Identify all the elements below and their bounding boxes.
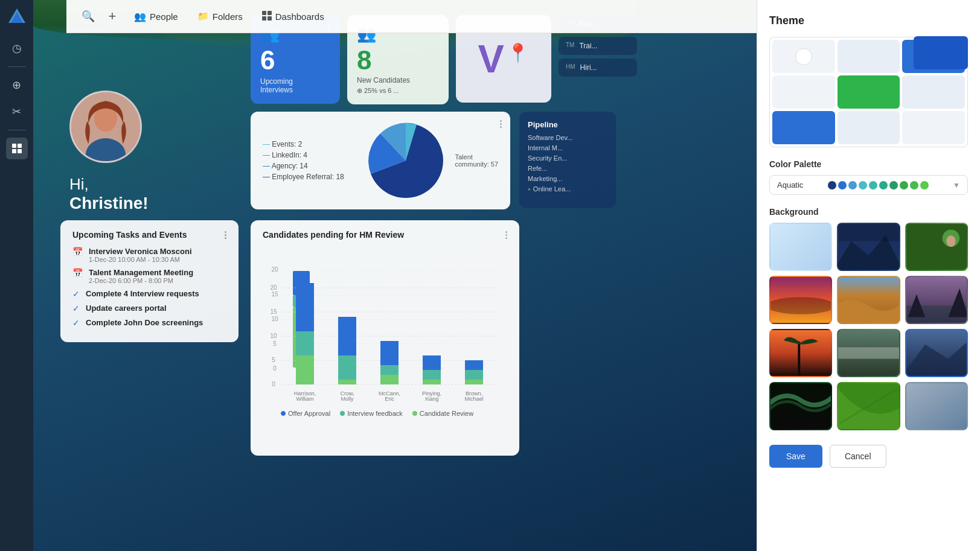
- palette-dot-1: [828, 181, 836, 190]
- bg-thumb-sand-dunes[interactable]: [837, 276, 900, 324]
- pie-legend-agency: — Agency: 14: [263, 162, 357, 170]
- palette-dots: [828, 181, 929, 190]
- theme-cell-4[interactable]: [837, 75, 900, 109]
- logo-v-icon: V: [478, 37, 504, 81]
- greeting-section: Hi, Christine!: [69, 175, 149, 213]
- svg-rect-37: [296, 331, 314, 355]
- pipeline-item-3: Security En...: [528, 154, 607, 162]
- theme-big-blue[interactable]: [914, 36, 968, 69]
- calendar-icon-2: 📅: [72, 268, 83, 278]
- pie-chart-card: — Events: 2 — LinkedIn: 4 — Agency: 14 —…: [251, 112, 510, 209]
- pipeline-item-2: Internal M...: [528, 144, 607, 151]
- add-button[interactable]: +: [103, 7, 122, 26]
- svg-text:5: 5: [272, 357, 275, 363]
- grid-icon[interactable]: [6, 138, 28, 159]
- globe-icon[interactable]: ⊕: [6, 74, 28, 96]
- bg-thumb-light-blue[interactable]: [769, 223, 832, 271]
- logo-pin-icon: 📍: [507, 42, 529, 63]
- svg-rect-9: [267, 16, 272, 21]
- save-button[interactable]: Save: [769, 445, 822, 468]
- palette-dot-2: [838, 181, 847, 190]
- svg-rect-4: [12, 149, 16, 153]
- pipeline-item-1: Software Dev...: [528, 134, 607, 141]
- task-text-1: Interview Veronica Mosconi: [89, 247, 192, 256]
- people-icon: 👥: [134, 11, 146, 22]
- svg-rect-63: [838, 224, 898, 241]
- pipeline-partial-card: Pipeline Software Dev... Internal M... S…: [519, 112, 616, 208]
- bg-thumb-dark-mountains[interactable]: [837, 223, 900, 271]
- svg-rect-3: [18, 144, 22, 148]
- theme-cell-0[interactable]: [772, 40, 835, 73]
- bar-chart-menu[interactable]: [505, 231, 507, 239]
- check-icon-3: ✓: [72, 318, 80, 328]
- bg-thumb-sand-aerial[interactable]: [905, 382, 968, 430]
- svg-rect-57: [465, 370, 483, 380]
- theme-cell-6[interactable]: [772, 111, 835, 144]
- svg-rect-43: [338, 317, 356, 355]
- svg-text:Xiang: Xiang: [424, 396, 438, 402]
- theme-cell-8[interactable]: [902, 111, 965, 144]
- app-logo[interactable]: [6, 6, 28, 28]
- folders-icon: 📁: [197, 11, 209, 22]
- palette-dot-3: [848, 181, 857, 190]
- svg-rect-77: [838, 348, 898, 359]
- svg-rect-74: [770, 330, 831, 376]
- svg-rect-38: [296, 283, 314, 331]
- bg-thumb-rocky-coast[interactable]: [905, 276, 968, 324]
- theme-actions: Save Cancel: [769, 445, 968, 468]
- background-grid: [769, 223, 968, 430]
- talent-community-label: Talentcommunity: 57: [455, 153, 498, 168]
- tool-icon[interactable]: ✂: [6, 101, 28, 123]
- cancel-button[interactable]: Cancel: [830, 445, 886, 468]
- task-check-1: ✓ Complete 4 Interview requests: [72, 289, 226, 299]
- bg-thumb-foggy-forest[interactable]: [837, 329, 900, 377]
- theme-cell-1[interactable]: [837, 40, 900, 73]
- bg-thumb-palm[interactable]: [769, 329, 832, 377]
- bg-thumb-forest[interactable]: [905, 223, 968, 271]
- bar-chart-card: Candidates pending for HM Review 0 5 10 …: [251, 220, 519, 456]
- svg-text:Molly: Molly: [341, 396, 354, 402]
- theme-cell-7[interactable]: [837, 111, 900, 144]
- svg-rect-83: [906, 383, 967, 429]
- sidebar: ◷ ⊕ ✂: [0, 0, 33, 551]
- history-icon[interactable]: ◷: [6, 37, 28, 59]
- svg-text:Michael: Michael: [464, 396, 483, 402]
- folders-nav-label: Folders: [213, 11, 243, 22]
- folders-nav-item[interactable]: 📁 Folders: [190, 7, 250, 25]
- bar-chart-svg-2: 0 5 10 15 20 Harrison,: [263, 264, 504, 403]
- pie-menu[interactable]: [499, 119, 503, 129]
- greeting-hi: Hi,: [69, 175, 149, 194]
- task-interview: 📅 Interview Veronica Mosconi 1-Dec-20 10…: [72, 247, 226, 263]
- hm-label: HM: [566, 63, 575, 72]
- svg-text:William: William: [296, 396, 314, 402]
- task-check-text-1: Complete 4 Interview requests: [86, 289, 199, 298]
- theme-cell-5[interactable]: [902, 75, 965, 109]
- greeting-name: Christine!: [69, 194, 149, 213]
- tm-label: TM: [566, 42, 574, 50]
- svg-text:20: 20: [270, 284, 277, 291]
- dashboards-nav-item[interactable]: Dashboards: [255, 7, 331, 26]
- bg-thumb-aurora[interactable]: [769, 382, 832, 430]
- interviews-label: UpcomingInterviews: [260, 77, 330, 94]
- bg-thumb-green-leaf[interactable]: [837, 382, 900, 430]
- tasks-title: Upcoming Tasks and Events: [72, 230, 187, 240]
- search-button[interactable]: 🔍: [78, 7, 98, 26]
- people-nav-item[interactable]: 👥 People: [127, 7, 185, 26]
- candidates-label: New Candidates: [357, 76, 439, 84]
- tasks-menu[interactable]: [225, 231, 226, 239]
- task-check-2: ✓ Update careers portal: [72, 304, 226, 313]
- task-check-3: ✓ Complete John Doe screenings: [72, 318, 226, 328]
- theme-cell-3[interactable]: [772, 75, 835, 109]
- svg-text:15: 15: [270, 308, 277, 315]
- palette-selector[interactable]: Aquatic ▼: [769, 175, 968, 195]
- pie-legend-referral: — Employee Referral: 18: [263, 173, 357, 181]
- pipeline-item-6: ● Online Lea...: [528, 185, 607, 193]
- candidates-number: 8: [357, 47, 439, 74]
- dashboards-icon: [262, 11, 272, 22]
- pie-legend-linkedin: — LinkedIn: 4: [263, 151, 357, 159]
- bg-thumb-sunset[interactable]: [769, 276, 832, 324]
- bar-chart-title: Candidates pending for HM Review: [263, 230, 404, 240]
- theme-panel: Theme Color Palette: [757, 0, 980, 551]
- bg-thumb-mountains-blue[interactable]: [905, 329, 968, 377]
- tasks-card: Upcoming Tasks and Events 📅 Interview Ve…: [60, 220, 239, 342]
